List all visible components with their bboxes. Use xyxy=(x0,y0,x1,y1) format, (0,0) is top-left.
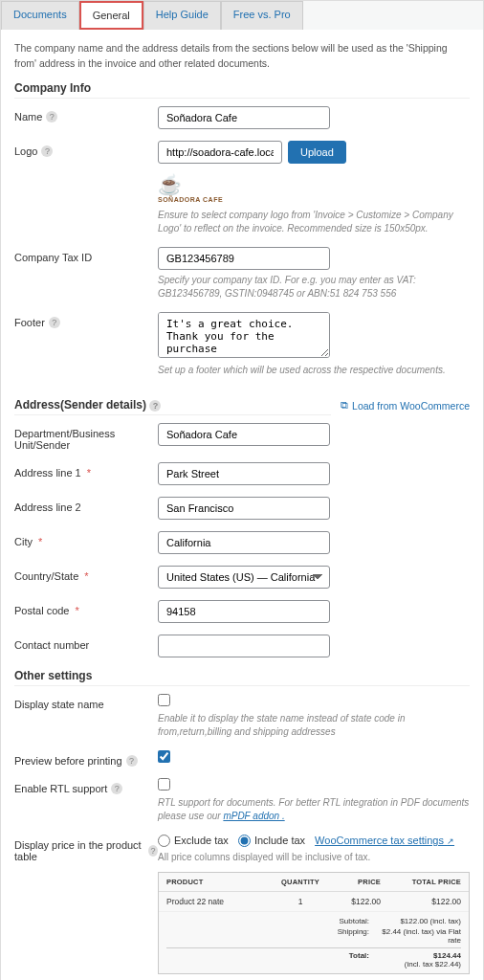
checkbox-enable-rtl[interactable] xyxy=(158,778,170,791)
cell-product: Product 22 nate xyxy=(166,897,274,906)
hint-rtl: RTL support for documents. For better RT… xyxy=(158,797,469,821)
hint-tax-id: Specify your company tax ID. For e.g. yo… xyxy=(158,274,470,301)
tab-help-guide[interactable]: Help Guide xyxy=(143,1,221,30)
label-display-price: Display price in the product table xyxy=(14,839,144,862)
logo-preview: ☕ SOÑADORA CAFE xyxy=(158,173,470,203)
th-total-price: TOTAL PRICE xyxy=(381,878,461,886)
hint-display-state-name: Enable it to display the state name inst… xyxy=(158,712,470,739)
radio-include-tax[interactable] xyxy=(238,835,251,847)
label-postal-code: Postal code xyxy=(14,605,69,616)
th-quantity: QUANTITY xyxy=(274,878,327,886)
tab-documents[interactable]: Documents xyxy=(1,1,79,30)
input-city[interactable] xyxy=(158,531,330,554)
input-department[interactable] xyxy=(158,423,330,446)
cell-qty: 1 xyxy=(274,897,327,906)
th-product: PRODUCT xyxy=(166,878,274,886)
total-value: $124.44 xyxy=(433,951,461,960)
checkbox-preview-before-printing[interactable] xyxy=(158,750,170,763)
label-contact-number: Contact number xyxy=(14,639,89,651)
label-tax-id: Company Tax ID xyxy=(14,252,92,263)
label-address-line2: Address line 2 xyxy=(14,501,81,513)
input-address-line2[interactable] xyxy=(158,497,330,520)
label-department: Department/Business Unit/Sender xyxy=(14,428,158,451)
select-country-state[interactable]: United States (US) — California xyxy=(158,566,330,589)
label-footer: Footer xyxy=(14,317,45,328)
input-postal-code[interactable] xyxy=(158,600,330,623)
logo-caption: SOÑADORA CAFE xyxy=(158,196,470,203)
cell-total: $122.00 xyxy=(381,897,461,906)
subtotal-value: $122.00 (incl. tax) xyxy=(375,917,461,925)
textarea-footer[interactable]: It's a great choice. Thank you for the p… xyxy=(158,312,330,358)
section-address: Address(Sender details) xyxy=(14,398,146,412)
help-icon[interactable]: ? xyxy=(41,145,53,157)
intro-text: The company name and the address details… xyxy=(14,41,470,72)
checkbox-display-state-name[interactable] xyxy=(158,694,170,706)
copy-icon: ⧉ xyxy=(341,399,348,412)
radio-label-include: Include tax xyxy=(254,835,305,846)
help-icon[interactable]: ? xyxy=(49,317,60,328)
tab-free-vs-pro[interactable]: Free vs. Pro xyxy=(221,1,303,30)
woocommerce-tax-settings-link[interactable]: WooCommerce tax settings ↗ xyxy=(315,835,454,846)
section-other-settings: Other settings xyxy=(14,669,470,686)
label-city: City xyxy=(14,536,33,547)
input-company-name[interactable] xyxy=(158,106,330,129)
total-incl-tax: (incl. tax $22.44) xyxy=(405,960,461,969)
hint-logo: Ensure to select company logo from 'Invo… xyxy=(158,209,470,235)
radio-label-exclude: Exclude tax xyxy=(174,835,229,846)
total-label: Total: xyxy=(302,951,369,969)
external-link-icon: ↗ xyxy=(447,836,454,846)
help-icon[interactable]: ? xyxy=(148,845,158,857)
label-enable-rtl: Enable RTL support xyxy=(14,783,107,794)
label-logo: Logo xyxy=(14,145,37,157)
radio-exclude-tax[interactable] xyxy=(158,835,170,847)
section-company-info: Company Info xyxy=(14,81,470,99)
label-display-state-name: Display state name xyxy=(14,699,104,710)
shipping-value: $2.44 (incl. tax) via Flat rate xyxy=(375,927,461,945)
help-icon[interactable]: ? xyxy=(126,755,138,767)
help-icon[interactable]: ? xyxy=(46,111,57,122)
input-address-line1[interactable] xyxy=(158,462,330,485)
hint-footer: Set up a footer which will be used acros… xyxy=(158,364,470,377)
subtotal-label: Subtotal: xyxy=(302,917,369,925)
input-logo-url[interactable] xyxy=(158,141,282,164)
input-tax-id[interactable] xyxy=(158,247,330,270)
hint-price: All price columns displayed will be incl… xyxy=(158,851,470,864)
help-icon[interactable]: ? xyxy=(111,783,122,794)
label-address-line1: Address line 1 xyxy=(14,467,81,479)
cell-price: $122.00 xyxy=(327,897,381,906)
label-preview-before-printing: Preview before printing xyxy=(14,755,122,767)
tab-general[interactable]: General xyxy=(79,1,143,30)
shipping-label: Shipping: xyxy=(302,927,369,945)
input-contact-number[interactable] xyxy=(158,635,330,657)
mpdf-addon-link[interactable]: mPDF addon . xyxy=(223,811,284,821)
label-company-name: Name xyxy=(14,111,42,122)
price-preview-table: PRODUCT QUANTITY PRICE TOTAL PRICE Produ… xyxy=(158,872,470,974)
upload-button[interactable]: Upload xyxy=(288,141,346,164)
label-country-state: Country/State xyxy=(14,570,78,582)
th-price: PRICE xyxy=(327,878,381,886)
help-icon[interactable]: ? xyxy=(149,400,161,412)
load-from-woocommerce-link[interactable]: ⧉Load from WooCommerce xyxy=(341,399,470,412)
